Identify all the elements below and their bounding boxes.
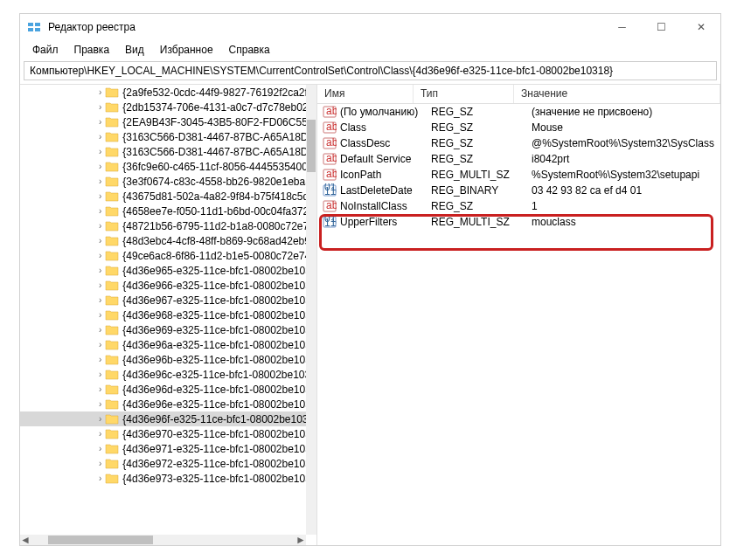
values-pane: Имя Тип Значение ab(По умолчанию)REG_SZ(…	[317, 85, 720, 545]
tree-item-label: {4d36e96f-e325-11ce-bfc1-08002be10318	[122, 413, 306, 425]
expand-icon[interactable]: ›	[99, 147, 101, 156]
tree-item[interactable]: ›{4d36e965-e325-11ce-bfc1-08002be1031	[20, 263, 306, 278]
expand-icon[interactable]: ›	[99, 340, 101, 349]
value-type-icon: ab	[323, 136, 337, 150]
expand-icon[interactable]: ›	[99, 176, 101, 186]
tree-item[interactable]: ›{4d36e96c-e325-11ce-bfc1-08002be1031	[20, 367, 306, 382]
column-name[interactable]: Имя	[317, 85, 414, 103]
tree-item[interactable]: ›{4d36e96d-e325-11ce-bfc1-08002be1031	[20, 382, 306, 397]
menu-edit[interactable]: Правка	[67, 42, 117, 58]
menu-favorites[interactable]: Избранное	[153, 42, 220, 58]
expand-icon[interactable]: ›	[99, 325, 101, 335]
expand-icon[interactable]: ›	[99, 444, 101, 453]
folder-icon	[105, 309, 119, 321]
tree-item[interactable]: ›{48d3ebc4-4cf8-48ff-b869-9c68ad42eb9	[20, 233, 306, 248]
expand-icon[interactable]: ›	[99, 87, 101, 97]
expand-icon[interactable]: ›	[99, 384, 101, 394]
tree-item[interactable]: ›{2db15374-706e-4131-a0c7-d7c78eb0289	[20, 100, 306, 114]
expand-icon[interactable]: ›	[99, 414, 101, 424]
expand-icon[interactable]: ›	[99, 117, 101, 127]
address-bar[interactable]: Компьютер\HKEY_LOCAL_MACHINE\SYSTEM\Curr…	[24, 61, 717, 80]
tree-list[interactable]: ›{2a9fe532-0cdc-44f9-9827-76192f2ca2fb›{…	[20, 85, 306, 535]
scroll-left-arrow[interactable]: ◄	[20, 534, 31, 545]
tree-horizontal-scrollbar[interactable]: ◄ ►	[20, 535, 306, 545]
value-type-icon: ab	[323, 199, 337, 213]
tree-item[interactable]: ›{48721b56-6795-11d2-b1a8-0080c72e74a	[20, 218, 306, 233]
tree-item[interactable]: ›{3163C566-D381-4467-87BC-A65A18D5B	[20, 129, 306, 144]
menu-file[interactable]: Файл	[25, 42, 66, 58]
window-title: Редактор реестра	[48, 21, 602, 33]
expand-icon[interactable]: ›	[99, 474, 101, 483]
expand-icon[interactable]: ›	[99, 132, 101, 142]
tree-item[interactable]: ›{49ce6ac8-6f86-11d2-b1e5-0080c72e74a	[20, 248, 306, 263]
tree-item-label: {4d36e96a-e325-11ce-bfc1-08002be1031	[122, 339, 306, 351]
value-row[interactable]: abClassDescREG_SZ@%SystemRoot%\System32\…	[317, 135, 720, 151]
expand-icon[interactable]: ›	[99, 191, 101, 201]
tree-item[interactable]: ›{4d36e96b-e325-11ce-bfc1-08002be1031	[20, 352, 306, 367]
expand-icon[interactable]: ›	[99, 310, 101, 320]
value-row[interactable]: abIconPathREG_MULTI_SZ%SystemRoot%\Syste…	[317, 167, 720, 183]
expand-icon[interactable]: ›	[99, 206, 101, 216]
value-name: (По умолчанию)	[340, 106, 431, 118]
tree-vertical-scrollbar[interactable]	[306, 85, 316, 535]
expand-icon[interactable]: ›	[99, 355, 101, 364]
menu-help[interactable]: Справка	[222, 42, 277, 58]
expand-icon[interactable]: ›	[99, 295, 101, 305]
expand-icon[interactable]: ›	[99, 370, 101, 379]
titlebar[interactable]: Редактор реестра ─ ☐ ✕	[20, 14, 720, 40]
minimize-button[interactable]: ─	[602, 14, 642, 40]
value-row[interactable]: ab(По умолчанию)REG_SZ(значение не присв…	[317, 104, 720, 120]
value-row[interactable]: abDefault ServiceREG_SZi8042prt	[317, 151, 720, 167]
tree-item[interactable]: ›{43675d81-502a-4a82-9f84-b75f418c5de	[20, 189, 306, 204]
folder-icon	[105, 146, 119, 158]
tree-item[interactable]: ›{3163C566-D381-4467-87BC-A65A18D5B	[20, 144, 306, 159]
tree-item[interactable]: ›{4d36e972-e325-11ce-bfc1-08002be1031	[20, 456, 306, 471]
column-type[interactable]: Тип	[414, 85, 514, 103]
expand-icon[interactable]: ›	[99, 251, 101, 260]
expand-icon[interactable]: ›	[99, 102, 101, 112]
tree-item[interactable]: ›{4d36e968-e325-11ce-bfc1-08002be1031	[20, 308, 306, 322]
tree-item[interactable]: ›{4d36e966-e325-11ce-bfc1-08002be1031	[20, 278, 306, 293]
tree-item[interactable]: ›{4d36e973-e325-11ce-bfc1-08002be1031	[20, 471, 306, 486]
tree-item[interactable]: ›{4d36e970-e325-11ce-bfc1-08002be1031	[20, 426, 306, 441]
expand-icon[interactable]: ›	[99, 162, 101, 171]
expand-icon[interactable]: ›	[99, 280, 101, 290]
svg-rect-1	[35, 23, 40, 26]
app-icon	[27, 20, 41, 34]
tree-item[interactable]: ›{4d36e96a-e325-11ce-bfc1-08002be1031	[20, 337, 306, 352]
expand-icon[interactable]: ›	[99, 459, 101, 468]
menu-view[interactable]: Вид	[118, 42, 151, 58]
scrollbar-thumb[interactable]	[307, 120, 316, 172]
expand-icon[interactable]: ›	[99, 221, 101, 231]
column-value[interactable]: Значение	[514, 85, 720, 103]
tree-item[interactable]: ›{2EA9B43F-3045-43B5-80F2-FD06C55FBE	[20, 114, 306, 129]
scrollbar-thumb[interactable]	[48, 536, 153, 544]
value-row[interactable]: 011110UpperFiltersREG_MULTI_SZmouclass	[317, 214, 720, 230]
tree-item[interactable]: ›{3e3f0674-c83c-4558-bb26-9820e1eba5c	[20, 174, 306, 189]
expand-icon[interactable]: ›	[99, 399, 101, 409]
value-data: %SystemRoot%\System32\setupapi	[532, 169, 720, 181]
value-row[interactable]: abNoInstallClassREG_SZ1	[317, 198, 720, 214]
value-data: 1	[532, 200, 720, 212]
tree-item[interactable]: ›{4d36e96e-e325-11ce-bfc1-08002be1031	[20, 397, 306, 411]
close-button[interactable]: ✕	[681, 14, 720, 40]
expand-icon[interactable]: ›	[99, 236, 101, 245]
tree-item[interactable]: ›{4658ee7e-f050-11d1-b6bd-00c04fa372a	[20, 204, 306, 218]
values-list[interactable]: ab(По умолчанию)REG_SZ(значение не присв…	[317, 104, 720, 545]
folder-icon	[105, 131, 119, 143]
scroll-right-arrow[interactable]: ►	[295, 534, 306, 545]
tree-item[interactable]: ›{4d36e969-e325-11ce-bfc1-08002be1031	[20, 322, 306, 337]
tree-item[interactable]: ›{4d36e971-e325-11ce-bfc1-08002be1031	[20, 441, 306, 456]
tree-item-label: {48721b56-6795-11d2-b1a8-0080c72e74a	[122, 220, 306, 232]
tree-item-label: {3e3f0674-c83c-4558-bb26-9820e1eba5c	[122, 176, 306, 188]
value-row[interactable]: 011110LastDeleteDateREG_BINARY03 42 93 8…	[317, 183, 720, 198]
tree-item[interactable]: ›{2a9fe532-0cdc-44f9-9827-76192f2ca2fb	[20, 85, 306, 100]
tree-item[interactable]: ›{4d36e96f-e325-11ce-bfc1-08002be10318	[20, 411, 306, 426]
maximize-button[interactable]: ☐	[642, 14, 681, 40]
tree-item[interactable]: ›{4d36e967-e325-11ce-bfc1-08002be1031	[20, 293, 306, 308]
expand-icon[interactable]: ›	[99, 266, 101, 275]
tree-item[interactable]: ›{36fc9e60-c465-11cf-8056-444553540000	[20, 159, 306, 174]
value-type: REG_SZ	[431, 200, 532, 212]
expand-icon[interactable]: ›	[99, 429, 101, 439]
value-row[interactable]: abClassREG_SZMouse	[317, 120, 720, 135]
